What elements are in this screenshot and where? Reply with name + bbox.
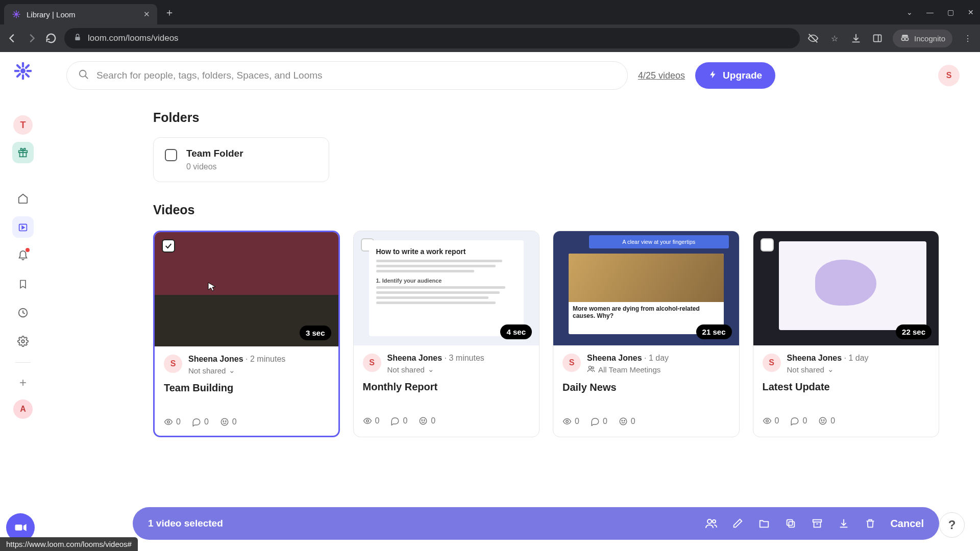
svg-marker-28 [22,226,24,229]
incognito-label: Incognito [914,34,945,43]
svg-point-37 [366,420,369,422]
forward-icon[interactable] [26,32,38,44]
minimize-icon[interactable]: — [925,8,935,16]
back-icon[interactable] [6,32,18,44]
author-name: Sheena Jones [387,354,443,362]
eye-off-icon[interactable] [807,32,819,44]
workspace-avatar[interactable]: T [13,115,33,135]
secondary-workspace-avatar[interactable]: A [13,399,33,419]
profile-avatar[interactable]: S [938,65,960,86]
author-avatar: S [763,354,781,372]
panel-icon[interactable] [871,32,884,44]
download-icon[interactable] [850,32,862,44]
move-folder-button[interactable] [757,517,771,530]
left-sidebar: T + A [0,52,46,551]
upgrade-label: Upgrade [723,70,762,81]
archive-button[interactable] [811,517,824,530]
delete-button[interactable] [864,517,877,530]
window-controls: ⌄ — ▢ ✕ [904,8,976,16]
cancel-button[interactable]: Cancel [890,518,924,530]
help-button[interactable]: ? [939,512,965,538]
home-button[interactable] [12,188,34,209]
share-dropdown[interactable]: Not shared ⌄ [787,365,869,374]
svg-point-0 [15,13,18,16]
video-title: Daily News [562,382,730,393]
reactions-stat: 0 [419,416,435,425]
notifications-button[interactable] [12,245,34,266]
loom-logo-icon[interactable] [13,61,33,81]
video-checkbox[interactable] [162,239,175,253]
svg-rect-57 [15,524,22,531]
edit-button[interactable] [731,517,744,530]
video-quota-link[interactable]: 4/25 videos [638,70,685,81]
share-dropdown[interactable]: Not shared ⌄ [188,366,285,375]
search-placeholder: Search for people, tags, folders, Spaces… [96,70,323,81]
folder-checkbox[interactable] [165,149,177,161]
gift-button[interactable] [12,142,34,163]
close-tab-icon[interactable]: ✕ [143,10,150,19]
folder-card[interactable]: Team Folder 0 videos [153,137,329,182]
svg-line-20 [17,65,20,68]
new-tab-button[interactable]: ＋ [164,6,175,19]
duration-badge: 21 sec [696,324,732,339]
svg-point-48 [820,417,827,424]
secondary-workspace-letter: A [20,405,26,414]
chevron-down-icon: ⌄ [428,365,434,374]
video-thumbnail[interactable]: 22 sec [753,231,939,345]
svg-point-39 [422,420,423,421]
upgrade-button[interactable]: Upgrade [695,62,775,89]
video-time: · 1 day [644,354,669,362]
folder-subtitle: 0 videos [186,162,243,171]
author-name: Sheena Jones [188,355,243,363]
video-thumbnail[interactable]: How to write a work report 1. Identify y… [354,231,540,345]
bookmark-star-icon[interactable]: ☆ [828,32,841,44]
svg-rect-11 [874,35,881,41]
bookmarks-button[interactable] [12,273,34,295]
svg-line-21 [26,74,29,77]
video-card[interactable]: 22 sec S Sheena Jones · 1 day Not shared… [753,231,940,437]
video-title: Team Building [164,382,329,394]
close-window-icon[interactable]: ✕ [966,8,976,16]
video-thumbnail[interactable]: 3 sec [155,232,338,346]
menu-dots-icon[interactable]: ⋮ [962,32,974,44]
chevron-down-icon: ⌄ [827,365,834,374]
svg-point-36 [225,421,226,422]
video-card[interactable]: 3 sec S Sheena Jones · 2 minutes Not sha… [153,231,340,437]
videos-heading: Videos [153,203,960,217]
copy-button[interactable] [784,517,797,530]
share-dropdown[interactable]: Not shared ⌄ [387,365,484,374]
maximize-icon[interactable]: ▢ [945,8,955,16]
library-button[interactable] [12,216,34,238]
search-input[interactable]: Search for people, tags, folders, Spaces… [66,61,628,90]
author-name: Sheena Jones [787,354,842,362]
download-button[interactable] [837,517,850,530]
svg-point-44 [620,418,627,425]
svg-line-7 [18,12,19,13]
history-button[interactable] [12,302,34,323]
chevron-down-icon: ⌄ [229,366,235,375]
reload-icon[interactable] [45,32,57,44]
video-card[interactable]: How to write a work report 1. Identify y… [353,231,540,437]
video-card[interactable]: A clear view at your fingertips More wom… [553,231,740,437]
video-thumbnail[interactable]: A clear view at your fingertips More wom… [553,231,739,345]
share-people-button[interactable] [704,517,718,530]
svg-point-43 [566,420,569,423]
reactions-stat: 0 [818,416,835,425]
video-checkbox[interactable] [761,238,774,252]
add-workspace-button[interactable]: + [13,373,33,392]
svg-rect-54 [787,520,793,525]
svg-point-31 [80,70,86,77]
svg-point-46 [624,420,625,421]
address-bar[interactable]: loom.com/looms/videos [64,28,800,48]
tab-dropdown-icon[interactable]: ⌄ [904,8,915,16]
status-bar-link: https://www.loom.com/looms/videos# [0,537,138,551]
svg-point-33 [167,421,170,423]
settings-button[interactable] [12,331,34,352]
incognito-badge[interactable]: Incognito [893,30,952,47]
team-icon [587,365,595,374]
share-team[interactable]: All Team Meetings [587,365,669,374]
main-content: Search for people, tags, folders, Spaces… [46,52,980,551]
svg-point-41 [589,366,591,369]
browser-tab[interactable]: Library | Loom ✕ [4,4,157,24]
svg-point-45 [622,420,623,421]
